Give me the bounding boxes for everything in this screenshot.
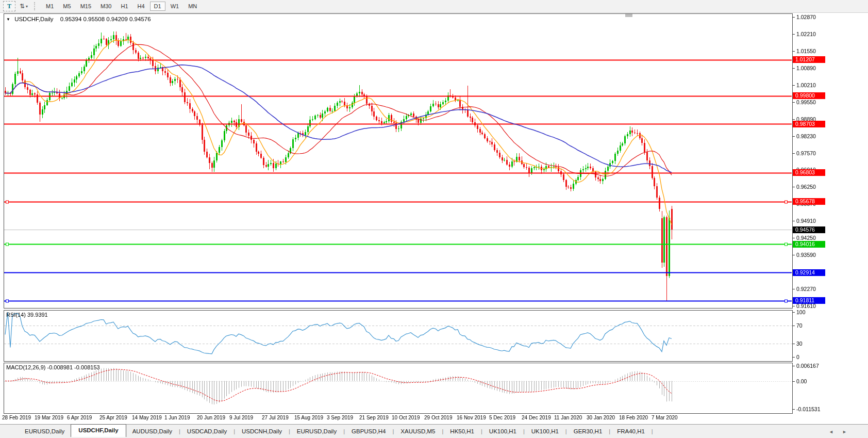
chart-tab-usdchf-daily[interactable]: USDCHF,Daily bbox=[71, 424, 126, 437]
chart-tab-eurusd-daily[interactable]: EURUSD,Daily bbox=[19, 426, 71, 436]
toolbar: T ⇅ ▾ M1M5M15M30H1H4D1W1MN bbox=[0, 0, 868, 13]
rsi-label: RSI(14) 39.9391 bbox=[6, 312, 48, 318]
indicator-axis-label: -0.011531 bbox=[796, 406, 821, 412]
chart-ohlc-values: 0.95394 0.95508 0.94209 0.94576 bbox=[60, 16, 151, 22]
hline-price-tag: 0.92914 bbox=[793, 269, 825, 276]
arrows-tool-button[interactable]: ⇅ ▾ bbox=[20, 2, 28, 11]
timeframe-button-m1[interactable]: M1 bbox=[42, 2, 58, 11]
current-price-tag: 0.94576 bbox=[793, 226, 825, 233]
tab-separator: | bbox=[179, 428, 180, 434]
timeframe-button-h4[interactable]: H4 bbox=[133, 2, 149, 11]
x-axis-date-label: 14 May 2019 bbox=[132, 415, 162, 420]
x-axis-date-label: 29 Oct 2019 bbox=[424, 415, 452, 420]
x-axis-date-label: 6 Apr 2019 bbox=[67, 415, 92, 420]
indicator-axis-label: 0.006167 bbox=[796, 363, 819, 369]
y-axis-tick-label: 0.98230 bbox=[796, 133, 816, 139]
text-tool-button[interactable]: T bbox=[3, 1, 15, 11]
x-axis-date-label: 24 Dec 2019 bbox=[522, 415, 551, 420]
y-axis-tick-label: 1.01550 bbox=[796, 48, 816, 54]
y-axis-tick-label: 0.94910 bbox=[796, 218, 816, 224]
timeframe-button-m30[interactable]: M30 bbox=[96, 2, 115, 11]
indicator-axis-label: 100 bbox=[796, 309, 806, 315]
collapse-triangle-icon[interactable]: ▼ bbox=[6, 17, 10, 22]
hline-price-tag: 1.01207 bbox=[793, 56, 825, 63]
timeframe-button-h1[interactable]: H1 bbox=[116, 2, 132, 11]
chart-tab-uk100-h1[interactable]: UK100,H1 bbox=[525, 426, 565, 436]
chart-tab-fra40-h1[interactable]: FRA40,H1 bbox=[611, 426, 651, 436]
x-axis-date-label: 1 Jun 2019 bbox=[164, 415, 190, 420]
hline-price-tag: 0.94016 bbox=[793, 241, 825, 248]
chart-tab-uk100-h1[interactable]: UK100,H1 bbox=[483, 426, 523, 436]
x-axis-date-label: 20 Jun 2019 bbox=[197, 415, 225, 420]
chart-symbol: USDCHF,Daily bbox=[14, 16, 53, 22]
indicator-axis-label: 0.00 bbox=[796, 378, 807, 384]
x-axis-date-label: 28 Feb 2019 bbox=[2, 415, 31, 420]
chart-tab-audusd-daily[interactable]: AUDUSD,Daily bbox=[126, 426, 178, 436]
text-tool-icon: T bbox=[7, 3, 11, 10]
tab-scroll-left-icon[interactable]: ◄ bbox=[829, 429, 833, 434]
indicator-axis-label: 30 bbox=[796, 340, 803, 347]
y-axis-tick-label: 0.92270 bbox=[796, 286, 816, 292]
x-axis-date-label: 27 Jul 2019 bbox=[262, 415, 289, 420]
x-axis-date-label: 10 Oct 2019 bbox=[392, 415, 420, 420]
indicator-axis-label: 0 bbox=[796, 354, 799, 360]
tab-separator: | bbox=[523, 428, 525, 434]
toolbar-separator bbox=[34, 2, 37, 10]
tab-separator: | bbox=[442, 428, 443, 434]
y-axis-tick-label: 0.96250 bbox=[796, 184, 816, 190]
chart-tab-gbpusd-h4[interactable]: GBPUSD,H4 bbox=[345, 426, 392, 436]
x-axis-date-label: 3 Sep 2019 bbox=[327, 415, 353, 420]
timeframe-buttons: M1M5M15M30H1H4D1W1MN bbox=[41, 2, 202, 11]
tab-separator: | bbox=[343, 428, 345, 434]
chart-title: ▼ USDCHF,Daily 0.95394 0.95508 0.94209 0… bbox=[6, 16, 151, 22]
hline-price-tag: 0.98703 bbox=[793, 121, 825, 127]
x-axis-date-label: 25 Apr 2019 bbox=[99, 415, 127, 420]
chart-tab-ger30-h1[interactable]: GER30,H1 bbox=[567, 426, 609, 436]
x-axis-date-label: 15 Aug 2019 bbox=[294, 415, 323, 420]
timeframe-button-d1[interactable]: D1 bbox=[150, 2, 165, 11]
x-axis-date-label: 16 Nov 2019 bbox=[457, 415, 486, 420]
tab-separator: | bbox=[481, 428, 482, 434]
x-axis-date-label: 21 Sep 2019 bbox=[359, 415, 389, 420]
chart-canvas[interactable] bbox=[0, 0, 868, 438]
timeframe-button-mn[interactable]: MN bbox=[184, 2, 201, 11]
chart-tab-xauusd-m5[interactable]: XAUUSD,M5 bbox=[394, 426, 441, 436]
chart-tab-usdcad-daily[interactable]: USDCAD,Daily bbox=[181, 426, 233, 436]
arrows-icon: ⇅ bbox=[20, 3, 25, 10]
chart-tab-usdcnh-daily[interactable]: USDCNH,Daily bbox=[236, 426, 288, 436]
indicator-axis-label: 70 bbox=[796, 322, 803, 329]
tab-separator: | bbox=[565, 428, 567, 434]
y-axis-tick-label: 0.94250 bbox=[796, 235, 816, 241]
y-axis-tick-label: 0.97570 bbox=[796, 150, 816, 156]
tab-separator: | bbox=[393, 428, 394, 434]
y-axis-tick-label: 0.93590 bbox=[796, 252, 816, 258]
chart-tab-eurusd-daily[interactable]: EURUSD,Daily bbox=[291, 426, 343, 436]
y-axis-tick-label: 0.99550 bbox=[796, 99, 816, 105]
tab-separator: | bbox=[289, 428, 290, 434]
macd-label: MACD(12,26,9) -0.008981 -0.008153 bbox=[6, 364, 100, 370]
x-axis-date-label: 18 Feb 2020 bbox=[619, 415, 648, 420]
hline-price-tag: 0.95678 bbox=[793, 198, 825, 205]
timeframe-button-w1[interactable]: W1 bbox=[166, 2, 183, 11]
x-axis-date-label: 9 Jul 2019 bbox=[229, 415, 253, 420]
chart-tab-bar: EURUSD,DailyUSDCHF,DailyAUDUSD,Daily|USD… bbox=[0, 424, 868, 438]
chart-shift-marker[interactable] bbox=[625, 14, 632, 17]
y-axis-tick-label: 1.00210 bbox=[796, 82, 816, 88]
hline-price-tag: 0.91811 bbox=[793, 297, 825, 304]
tab-separator: | bbox=[652, 428, 653, 434]
x-axis-date-label: 11 Jan 2020 bbox=[554, 415, 582, 420]
tab-separator: | bbox=[233, 428, 235, 434]
x-axis-date-label: 30 Jan 2020 bbox=[587, 415, 615, 420]
hline-price-tag: 0.96803 bbox=[793, 169, 825, 176]
x-axis-date-label: 7 Mar 2020 bbox=[652, 415, 678, 420]
tab-separator: | bbox=[609, 428, 610, 434]
chart-tab-hk50-h1[interactable]: HK50,H1 bbox=[444, 426, 480, 436]
y-axis-tick-label: 1.02210 bbox=[796, 31, 816, 37]
x-axis-date-label: 19 Mar 2019 bbox=[35, 415, 63, 420]
x-axis-date-label: 5 Dec 2019 bbox=[489, 415, 515, 420]
y-axis-tick-label: 1.02870 bbox=[796, 14, 816, 20]
timeframe-button-m15[interactable]: M15 bbox=[76, 2, 95, 11]
dropdown-caret-icon: ▾ bbox=[26, 4, 28, 9]
timeframe-button-m5[interactable]: M5 bbox=[59, 2, 75, 11]
tab-scroll-right-icon[interactable]: ► bbox=[842, 429, 847, 434]
